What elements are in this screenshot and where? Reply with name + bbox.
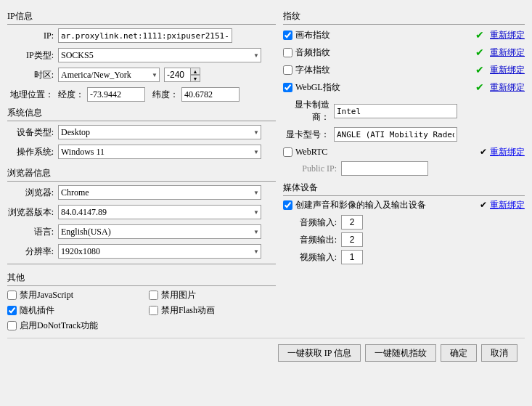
os-select[interactable]: Windows 11 Windows 10 macOS	[58, 145, 261, 159]
publicip-label: Public IP:	[283, 163, 341, 174]
font-fp-checkbox[interactable]	[283, 65, 292, 75]
system-info-title: 系统信息	[7, 107, 276, 121]
geo-label: 地理位置：	[7, 89, 58, 101]
resolution-label: 分辨率:	[7, 245, 58, 258]
disable-js-label[interactable]: 禁用JavaScript	[7, 289, 73, 301]
random-plugin-checkbox[interactable]	[7, 306, 17, 315]
canvas-fp-reassign[interactable]: 重新绑定	[490, 29, 525, 41]
webgl-fp-checkbox[interactable]	[283, 83, 292, 92]
device-type-select[interactable]: Desktop Mobile Tablet	[58, 125, 261, 139]
webrtc-reassign[interactable]: 重新绑定	[490, 146, 525, 158]
timezone-select[interactable]: America/New_York UTC	[58, 68, 160, 82]
webrtc-label[interactable]: WebRTC	[283, 147, 480, 158]
latitude-input[interactable]	[181, 87, 240, 102]
browser-version-label: 浏览器版本:	[7, 206, 58, 219]
ip-type-select[interactable]: SOCKS5 HTTP HTTPS	[58, 48, 261, 62]
language-label: 语言:	[7, 226, 58, 238]
canvas-fp-checkbox[interactable]	[283, 31, 292, 40]
media-create-checkbox[interactable]	[283, 200, 292, 210]
other-title: 其他	[7, 272, 276, 286]
video-in-input[interactable]	[341, 250, 363, 264]
audio-in-label: 音频输入:	[283, 216, 341, 229]
fingerprint-title: 指纹	[283, 10, 525, 25]
timezone-offset-up[interactable]: ▲	[190, 68, 200, 75]
font-fp-reassign[interactable]: 重新绑定	[490, 64, 525, 76]
audio-fp-reassign[interactable]: 重新绑定	[490, 46, 525, 59]
gpu-vendor-input[interactable]	[334, 104, 457, 118]
disable-flash-checkbox[interactable]	[149, 306, 158, 315]
disable-flash-label[interactable]: 禁用Flash动画	[149, 304, 215, 317]
donottrack-label[interactable]: 启用DoNotTrack功能	[7, 320, 98, 332]
audio-in-input[interactable]	[341, 215, 363, 230]
audio-fp-label[interactable]: 音频指纹	[283, 46, 475, 59]
media-create-label[interactable]: 创建声音和影像的输入及输出设备	[283, 199, 480, 211]
os-label: 操作系统:	[7, 146, 58, 158]
timezone-label: 时区:	[7, 69, 58, 81]
webgl-fp-label[interactable]: WebGL指纹	[283, 81, 475, 94]
gpu-model-label: 显卡型号：	[283, 129, 334, 141]
audio-out-input[interactable]	[341, 232, 363, 247]
gpu-vendor-label: 显卡制造商：	[283, 99, 334, 123]
canvas-fp-check-icon: ✔	[475, 29, 484, 41]
media-create-reassign[interactable]: 重新绑定	[490, 199, 525, 211]
webrtc-check-icon: ✔	[480, 147, 487, 158]
media-title: 媒体设备	[283, 182, 525, 196]
device-type-label: 设备类型:	[7, 126, 58, 139]
canvas-fp-label[interactable]: 画布指纹	[283, 29, 475, 41]
language-select[interactable]: English(USA) Chinese(China)	[58, 224, 261, 239]
disable-img-label[interactable]: 禁用图片	[149, 289, 196, 301]
publicip-input[interactable]	[341, 161, 428, 176]
cancel-button[interactable]: 取消	[481, 344, 517, 362]
donottrack-checkbox[interactable]	[7, 321, 17, 330]
audio-out-label: 音频输出:	[283, 234, 341, 246]
fetch-ip-button[interactable]: 一键获取 IP 信息	[278, 344, 361, 362]
longitude-label: 经度：	[58, 89, 84, 101]
webrtc-checkbox[interactable]	[283, 147, 292, 157]
random-plugin-label[interactable]: 随机插件	[7, 304, 54, 317]
font-fp-check-icon: ✔	[475, 64, 484, 76]
ip-label: IP:	[7, 31, 58, 41]
browser-info-title: 浏览器信息	[7, 167, 276, 182]
ip-info-title: IP信息	[7, 10, 276, 25]
disable-js-checkbox[interactable]	[7, 291, 17, 300]
longitude-input[interactable]	[87, 87, 145, 102]
resolution-select[interactable]: 1920x1080 1366x768	[58, 244, 261, 259]
timezone-offset-down[interactable]: ▼	[190, 75, 200, 82]
gpu-model-input[interactable]	[334, 127, 457, 142]
confirm-button[interactable]: 确定	[441, 344, 477, 362]
ip-input[interactable]	[58, 28, 232, 43]
ip-type-label: IP类型:	[7, 49, 58, 62]
audio-fp-checkbox[interactable]	[283, 48, 292, 57]
browser-select[interactable]: Chrome Firefox Edge	[58, 185, 261, 200]
browser-version-select[interactable]: 84.0.4147.89	[58, 205, 261, 219]
disable-img-checkbox[interactable]	[149, 291, 158, 300]
latitude-label: 纬度：	[152, 89, 179, 101]
webgl-fp-check-icon: ✔	[475, 81, 484, 94]
random-fp-button[interactable]: 一键随机指纹	[365, 344, 436, 362]
audio-fp-check-icon: ✔	[475, 46, 484, 59]
video-in-label: 视频输入:	[283, 251, 341, 264]
webgl-fp-reassign[interactable]: 重新绑定	[490, 81, 525, 94]
media-create-check-icon: ✔	[480, 200, 487, 211]
browser-label: 浏览器:	[7, 187, 58, 199]
font-fp-label[interactable]: 字体指纹	[283, 64, 475, 76]
